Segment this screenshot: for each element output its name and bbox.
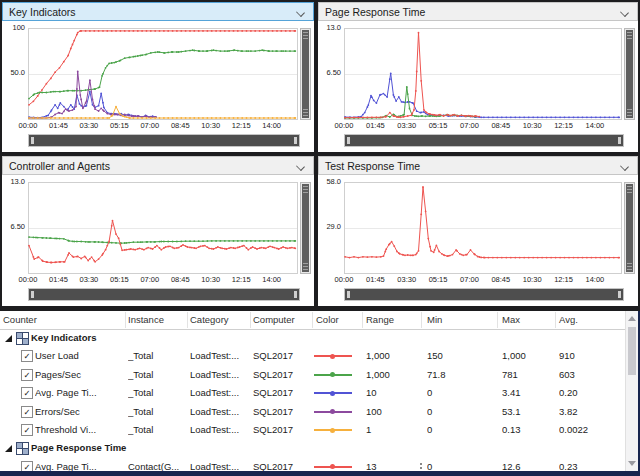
scroll-up-icon[interactable] — [628, 316, 636, 321]
zoom-handle-left[interactable] — [31, 291, 34, 298]
chevron-down-icon[interactable] — [620, 162, 629, 171]
zoom-handle-right[interactable] — [618, 137, 621, 144]
counter-name: Avg. Page Ti... — [35, 387, 125, 398]
x-axis-label: 14:00 — [581, 275, 609, 284]
chart-vertical-scrollbar[interactable] — [624, 182, 635, 274]
grid-column-headers[interactable]: CounterInstanceCategoryComputerColorRang… — [0, 311, 625, 330]
scrollbar-thumb[interactable] — [626, 184, 633, 272]
range-value: 10 — [366, 387, 416, 398]
range-value: 1,000 — [366, 369, 416, 380]
column-header-range[interactable]: Range — [366, 314, 394, 325]
graph-selector-key-indicators[interactable]: Key Indicators — [2, 2, 314, 21]
column-header-max[interactable]: Max — [502, 314, 520, 325]
scroll-down-icon[interactable] — [628, 461, 636, 466]
graph-grid-icon — [16, 332, 29, 345]
chart-zoom-range-bar[interactable] — [344, 134, 624, 147]
column-separator[interactable] — [187, 312, 188, 328]
expander-icon[interactable] — [5, 335, 12, 342]
min-value: 0 — [427, 387, 487, 398]
category-name: LoadTest:... — [190, 461, 250, 471]
table-row[interactable]: ✓Threshold Vi..._TotalLoadTest:...SQL201… — [0, 421, 625, 439]
x-axis-label: 07:00 — [455, 121, 483, 130]
series-line-errors-sec — [29, 71, 156, 118]
chart-zoom-range-bar[interactable] — [344, 288, 624, 301]
x-axis-label: 08:45 — [166, 275, 194, 284]
zoom-handle-right[interactable] — [618, 291, 621, 298]
chart-plot-area[interactable] — [344, 28, 622, 120]
group-row-key-indicators[interactable]: Key Indicators — [0, 329, 625, 347]
x-axis-label: 01:45 — [44, 275, 72, 284]
zoom-handle-left[interactable] — [347, 291, 350, 298]
x-axis-label: 14:00 — [581, 121, 609, 130]
window-bottom-edge — [0, 471, 640, 476]
chart-plot-area[interactable] — [28, 182, 298, 274]
column-header-computer[interactable]: Computer — [253, 314, 295, 325]
graph-panel-test-response-time: Test Response Time58.029.000:0001:4503:3… — [318, 156, 638, 306]
series-line-contact-get — [345, 33, 479, 118]
counter-checkbox[interactable]: ✓ — [21, 424, 33, 436]
chart-plot-area[interactable] — [344, 182, 622, 274]
instance-name: Contact(G... — [128, 461, 186, 471]
chart-vertical-scrollbar[interactable] — [300, 182, 311, 274]
column-header-min[interactable]: Min — [427, 314, 442, 325]
table-row[interactable]: ✓Avg. Page Ti..._TotalLoadTest:...SQL201… — [0, 384, 625, 402]
chevron-down-icon[interactable] — [296, 8, 305, 17]
graph-body: 13.06.5000:0001:4503:3005:1507:0008:4510… — [318, 21, 638, 152]
group-row-page-response-time[interactable]: Page Response Time — [0, 439, 625, 457]
column-separator[interactable] — [555, 312, 556, 328]
table-row[interactable]: ✓User Load_TotalLoadTest:...SQL20171,000… — [0, 347, 625, 365]
column-separator[interactable] — [362, 312, 363, 328]
expander-icon[interactable] — [5, 445, 12, 452]
min-value: 0 — [427, 406, 487, 417]
chart-vertical-scrollbar[interactable] — [624, 28, 635, 120]
graph-selector-test-response-time[interactable]: Test Response Time — [318, 156, 638, 175]
table-row[interactable]: ✓Pages/Sec_TotalLoadTest:...SQL20171,000… — [0, 366, 625, 384]
chevron-down-icon[interactable] — [620, 8, 629, 17]
column-header-counter[interactable]: Counter — [3, 314, 37, 325]
column-separator[interactable] — [125, 312, 126, 328]
zoom-handle-right[interactable] — [294, 137, 297, 144]
counter-checkbox[interactable]: ✓ — [21, 387, 33, 399]
column-separator[interactable] — [497, 312, 498, 328]
zoom-handle-left[interactable] — [31, 137, 34, 144]
counter-checkbox[interactable]: ✓ — [21, 406, 33, 418]
counter-checkbox[interactable]: ✓ — [21, 461, 33, 471]
table-row[interactable]: ✓Avg. Page Ti...Contact(G...LoadTest:...… — [0, 458, 625, 471]
y-axis-label: 29.0 — [318, 222, 341, 231]
zoom-handle-right[interactable] — [294, 291, 297, 298]
chart-vertical-scrollbar[interactable] — [300, 28, 311, 120]
x-axis-label: 10:30 — [197, 121, 225, 130]
chart-zoom-range-bar[interactable] — [28, 288, 300, 301]
series-color-swatch — [314, 411, 352, 413]
grid-vertical-scrollbar[interactable] — [625, 311, 638, 471]
max-value: 781 — [502, 369, 554, 380]
scrollbar-thumb[interactable] — [628, 327, 636, 375]
column-separator[interactable] — [250, 312, 251, 328]
counter-checkbox[interactable]: ✓ — [21, 369, 33, 381]
x-axis-label: 00:00 — [14, 121, 42, 130]
scrollbar-thumb[interactable] — [302, 30, 309, 118]
column-separator[interactable] — [312, 312, 313, 328]
x-axis-label: 01:45 — [361, 121, 389, 130]
column-separator[interactable] — [421, 312, 422, 328]
graph-selector-page-response-time[interactable]: Page Response Time — [318, 2, 638, 21]
chevron-down-icon[interactable] — [296, 162, 305, 171]
scrollbar-thumb[interactable] — [302, 184, 309, 272]
chart-zoom-range-bar[interactable] — [28, 134, 300, 147]
table-row[interactable]: ✓Errors/Sec_TotalLoadTest:...SQL20171000… — [0, 403, 625, 421]
column-header-instance[interactable]: Instance — [128, 314, 164, 325]
graph-selector-controller-and-agents[interactable]: Controller and Agents — [2, 156, 314, 175]
counter-name: User Load — [35, 350, 125, 361]
column-header-color[interactable]: Color — [316, 314, 339, 325]
x-axis-label: 12:15 — [227, 275, 255, 284]
zoom-handle-left[interactable] — [347, 137, 350, 144]
group-label: Key Indicators — [31, 332, 191, 343]
avg-value: 0.23 — [559, 461, 621, 471]
column-header-category[interactable]: Category — [190, 314, 229, 325]
category-name: LoadTest:... — [190, 369, 250, 380]
scrollbar-thumb[interactable] — [626, 30, 633, 118]
x-axis-label: 08:45 — [487, 121, 515, 130]
column-header-avg[interactable]: Avg. — [559, 314, 578, 325]
chart-plot-area[interactable] — [28, 28, 298, 120]
counter-checkbox[interactable]: ✓ — [21, 350, 33, 362]
